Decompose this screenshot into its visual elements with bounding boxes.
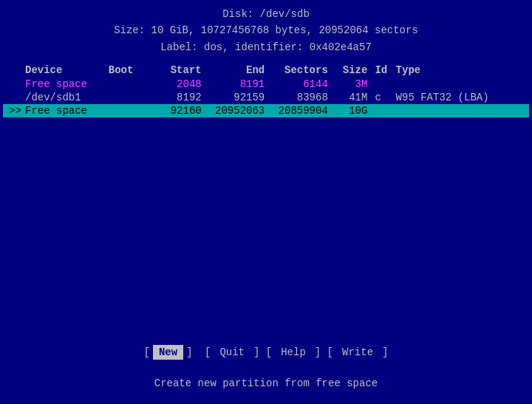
col-header-sectors: Sectors <box>276 64 340 76</box>
row2-id: c <box>375 92 395 103</box>
new-button[interactable]: New <box>153 345 183 360</box>
col-header-boot: Boot <box>109 64 150 76</box>
row3-boot <box>109 105 150 117</box>
row3-sectors: 20859904 <box>276 105 340 117</box>
row2-device: /dev/sdb1 <box>25 92 109 103</box>
table-row[interactable]: /dev/sdb1 8192 92159 83968 41M c W95 FAT… <box>3 91 529 104</box>
separator2: ] [ <box>253 346 272 358</box>
row2-start: 8192 <box>150 92 214 103</box>
row1-size: 3M <box>340 78 375 90</box>
row1-sectors: 6144 <box>276 78 340 90</box>
row3-device: Free space <box>25 105 109 117</box>
status-message: Create new partition from free space <box>0 377 532 389</box>
row1-type <box>396 78 507 90</box>
row3-type <box>396 105 507 117</box>
separator1: [ <box>199 346 211 358</box>
status-text: Create new partition from free space <box>154 377 378 389</box>
table-header-row: Device Boot Start End Sectors Size Id Ty… <box>3 63 529 78</box>
row2-end: 92159 <box>214 92 277 103</box>
col-header-end: End <box>214 64 277 76</box>
row1-device: Free space <box>25 78 109 90</box>
table-row[interactable]: Free space 2048 8191 6144 3M <box>3 78 529 91</box>
separator3: ] [ <box>315 346 333 358</box>
row1-end: 8191 <box>214 78 277 90</box>
new-button-group: [ New ] <box>144 345 193 360</box>
disk-header: Disk: /dev/sdb Size: 10 GiB, 10727456768… <box>0 6 532 55</box>
bracket-open-new: [ <box>144 346 150 358</box>
write-button[interactable]: Write <box>339 345 376 360</box>
row2-boot <box>109 92 150 103</box>
action-buttons: [ New ] [ Quit ] [ Help ] [ Write ] <box>0 345 532 360</box>
col-header-id: Id <box>375 64 395 76</box>
row1-start: 2048 <box>150 78 214 90</box>
row3-id <box>375 105 395 117</box>
row3-start: 92160 <box>150 105 214 117</box>
col-header-size: Size <box>340 64 375 76</box>
col-header-start: Start <box>150 64 214 76</box>
main-screen: Disk: /dev/sdb Size: 10 GiB, 10727456768… <box>0 0 532 404</box>
row1-boot <box>109 78 150 90</box>
separator4: ] <box>382 346 388 358</box>
quit-button[interactable]: Quit <box>216 345 248 360</box>
table-row[interactable]: Free space 92160 20952063 20859904 10G <box>3 104 529 117</box>
row2-type: W95 FAT32 (LBA) <box>396 92 507 103</box>
bracket-close-new: ] <box>186 346 192 358</box>
help-button[interactable]: Help <box>278 345 309 360</box>
row2-size: 41M <box>340 92 375 103</box>
row2-sectors: 83968 <box>276 92 340 103</box>
disk-title: Disk: /dev/sdb <box>0 6 532 22</box>
col-header-type: Type <box>396 64 507 76</box>
row3-end: 20952063 <box>214 105 277 117</box>
disk-info: Size: 10 GiB, 10727456768 bytes, 2095206… <box>0 22 532 38</box>
row3-size: 10G <box>340 105 375 117</box>
label-info: Label: dos, identifier: 0x402e4a57 <box>0 39 532 55</box>
row1-id <box>375 78 395 90</box>
col-header-device: Device <box>25 64 109 76</box>
partition-table: Device Boot Start End Sectors Size Id Ty… <box>0 63 532 117</box>
